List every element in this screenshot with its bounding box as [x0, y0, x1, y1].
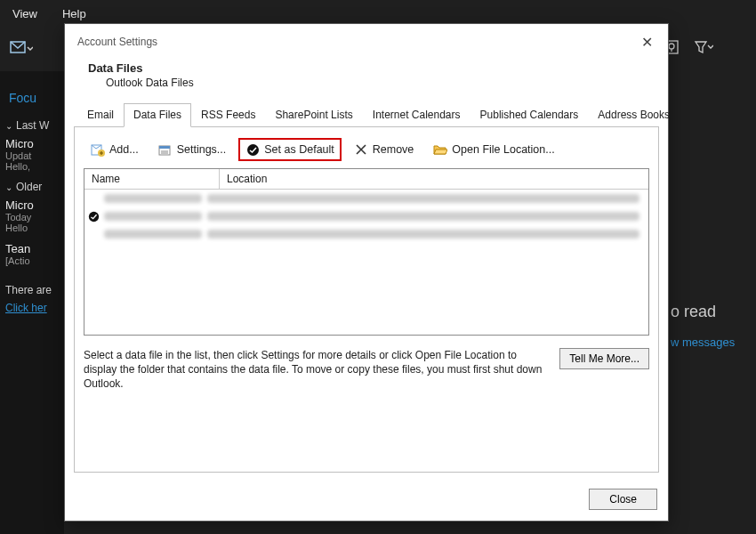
svg-point-8: [88, 211, 98, 221]
new-mail-dropdown[interactable]: [7, 35, 36, 63]
add-label: Add...: [109, 143, 139, 156]
default-indicator: [84, 211, 102, 222]
section-last-week[interactable]: ⌄Last W: [5, 119, 59, 132]
tell-me-more-button[interactable]: Tell Me More...: [559, 348, 649, 369]
message-item[interactable]: Tean: [5, 242, 59, 255]
tab-data-files[interactable]: Data Files: [124, 103, 191, 127]
message-subject: [Actio: [5, 255, 59, 266]
reading-pane: o read w messages: [667, 71, 756, 534]
column-name[interactable]: Name: [84, 169, 220, 189]
dialog-tabs: Email Data Files RSS Feeds SharePoint Li…: [74, 103, 659, 127]
close-button[interactable]: Close: [589, 489, 657, 510]
data-file-row[interactable]: [84, 207, 648, 225]
help-text: Select a data file in the list, then cli…: [84, 348, 551, 392]
dialog-title: Account Settings: [77, 36, 157, 48]
list-header: Name Location: [84, 169, 648, 190]
click-here-link[interactable]: Click her: [5, 302, 59, 314]
data-file-location: [207, 212, 639, 221]
set-default-button[interactable]: Set as Default: [238, 138, 342, 161]
message-subject: Today: [5, 212, 59, 222]
tab-address-books[interactable]: Address Books: [588, 103, 680, 127]
nothing-to-read: o read: [667, 303, 756, 321]
settings-icon: [158, 142, 173, 157]
data-file-row[interactable]: [84, 225, 648, 243]
set-default-label: Set as Default: [264, 143, 334, 156]
data-file-name: [104, 194, 202, 203]
mail-list-sidebar: Focu ⌄Last W Micro Updat Hello, ⌄Older M…: [0, 71, 64, 534]
header-primary: Data Files: [88, 61, 655, 75]
close-icon[interactable]: ✕: [636, 31, 657, 53]
data-file-row[interactable]: [84, 190, 648, 207]
data-files-toolbar: Add... Settings... Set as Default Remove: [84, 136, 649, 168]
settings-label: Settings...: [177, 143, 227, 156]
menu-view[interactable]: View: [12, 7, 37, 20]
chevron-down-icon: ⌄: [5, 182, 12, 192]
open-file-location-button[interactable]: Open File Location...: [426, 138, 561, 161]
menu-help[interactable]: Help: [62, 7, 86, 20]
header-secondary: Outlook Data Files: [106, 77, 655, 89]
remove-label: Remove: [373, 143, 414, 156]
add-icon: [91, 142, 105, 157]
message-subject: Updat: [5, 150, 59, 161]
remove-icon: [354, 142, 368, 157]
message-item[interactable]: Micro: [5, 198, 59, 212]
folder-open-icon: [433, 142, 447, 157]
message-preview: Hello,: [5, 161, 59, 172]
data-file-location: [207, 194, 639, 203]
focused-tab[interactable]: Focu: [9, 91, 59, 105]
settings-button[interactable]: Settings...: [151, 138, 234, 161]
tab-sharepoint-lists[interactable]: SharePoint Lists: [265, 103, 362, 127]
remove-button[interactable]: Remove: [347, 138, 422, 161]
tab-internet-calendars[interactable]: Internet Calendars: [363, 103, 470, 127]
filter-icon[interactable]: [694, 39, 713, 59]
data-file-location: [207, 230, 639, 239]
svg-point-2: [669, 44, 674, 49]
data-file-name: [104, 230, 202, 239]
tab-rss-feeds[interactable]: RSS Feeds: [191, 103, 265, 127]
checkmark-circle-icon: [245, 142, 260, 157]
column-location[interactable]: Location: [220, 169, 648, 189]
tab-published-calendars[interactable]: Published Calendars: [470, 103, 589, 127]
tab-email[interactable]: Email: [77, 103, 124, 127]
dialog-header: Data Files Outlook Data Files: [65, 56, 668, 103]
svg-point-7: [247, 144, 259, 156]
more-items-text: There are: [5, 284, 59, 296]
svg-rect-6: [159, 146, 170, 149]
chevron-down-icon: ⌄: [5, 121, 12, 131]
add-button[interactable]: Add...: [84, 138, 146, 161]
message-item[interactable]: Micro: [5, 137, 59, 150]
tab-panel-data-files: Add... Settings... Set as Default Remove: [74, 127, 659, 473]
section-older[interactable]: ⌄Older: [5, 181, 59, 193]
data-file-name: [104, 212, 202, 221]
message-preview: Hello: [5, 222, 59, 233]
new-messages-link[interactable]: w messages: [667, 336, 756, 349]
account-settings-dialog: Account Settings ✕ Data Files Outlook Da…: [64, 23, 669, 522]
open-file-location-label: Open File Location...: [452, 143, 554, 156]
data-files-list: Name Location: [84, 168, 649, 336]
